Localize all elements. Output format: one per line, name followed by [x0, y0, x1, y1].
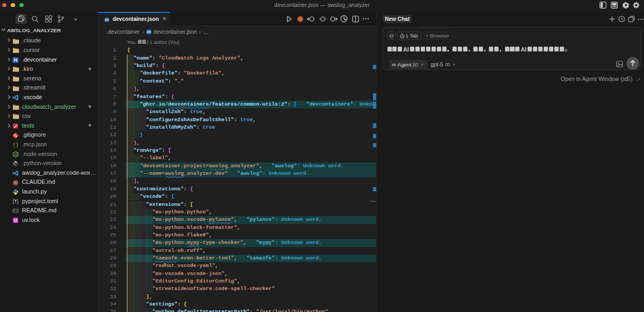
svg-text:JS: JS [14, 153, 18, 156]
svg-text:{}: {} [12, 143, 18, 148]
